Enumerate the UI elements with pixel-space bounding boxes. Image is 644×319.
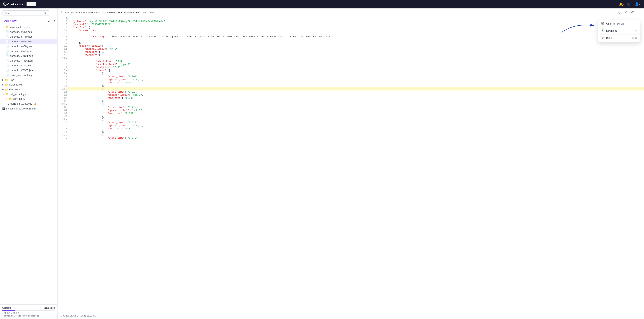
sidebar-item-2023-08-17[interactable]: ▼ 📁 2023-08-17 [0,96,57,102]
notifications-button[interactable]: 🔔▾ [618,1,625,7]
line-number: 26 [58,94,67,96]
more-actions-button[interactable] [636,10,642,15]
sidebar-item-omvq[interactable]: 📄 transcrip...OMVQ.json [0,68,57,73]
line-content: }, [67,84,644,88]
footer-modified-text: Modified at Aug 17, 2023 11:01 AM [60,314,96,317]
table-row: 34▾ { [58,118,644,121]
sidebar-item-malw[interactable]: 📄 transcrip...MAlw.json [0,39,57,44]
collapse-icon[interactable]: ▾ [66,103,67,106]
svg-point-1 [639,11,639,11]
sidebar-item-wav[interactable]: ♪ 09:19:53...0133.wav 🔒 [0,102,57,106]
table-row: 22 "end_time": "0.3" [58,81,644,84]
sidebar-item-ztnq[interactable]: 📄 transcrip...ZtnQ.json [0,49,57,54]
folder-icon: 📁 [5,93,8,96]
context-menu-open-new-tab[interactable]: Open in new tab ⌘O [598,20,640,27]
sort-button[interactable]: Z - A ▾ [48,19,55,22]
context-menu-download[interactable]: Download ⇧⌥ [598,27,640,34]
line-number: 27 [58,96,67,100]
line-content: "speaker_label": "spk_0", [67,94,644,96]
sidebar-item-write-temp[interactable]: 📄 .write_acc....file.temp [0,73,57,78]
sidebar-item-zzctg[interactable]: 📄 transcrip...ZZCtg.json [0,54,57,58]
apps-button[interactable]: ⊞▾ [626,1,632,7]
file-label: transcrip...sCrQ.json [10,31,32,33]
line-number: 14▾ [58,57,67,60]
folder-arrow-icon: ▶ [2,84,4,86]
line-number: 1 [58,17,67,20]
collapse-icon[interactable]: ▾ [66,88,67,90]
line-number: 2 [58,20,67,23]
line-number: 10 [58,44,67,48]
line-content: { [67,118,644,121]
sidebar-item-ak0bg[interactable]: 📄 transcrip...Ak0bg.json [0,44,57,49]
collapse-icon[interactable]: ▾ [66,118,67,121]
line-content: "start_time": "0.31", [67,90,644,94]
sidebar-item-yipa[interactable]: 📄 transcrip...Y_ipA.json [0,58,57,63]
table-row: 3 "accountId": "638627384021", [58,23,644,26]
collapse-icon[interactable]: ▾ [66,32,67,35]
file-icon: 📄 [6,74,9,76]
file-label: transcrip...SH4w.json [10,36,32,38]
line-content: "end_time": "0.3" [67,81,644,84]
path-folder: transcript-from-step/ [64,11,87,14]
sidebar-item-transcript-from-step[interactable]: ▼ 📁 transcript-from-step [0,25,57,30]
line-number: 9 [58,42,67,44]
file-label: Screenshot 2...10.57.35.png [6,107,36,110]
file-label: transcrip...ZZCtg.json [10,55,33,57]
back-button[interactable] [60,11,63,14]
storage-header: Storage 24% used [2,306,55,309]
sort-label: Z - A [48,19,53,22]
lock-action-button[interactable] [617,10,622,15]
folder-label: Tran [9,78,14,81]
sidebar-item-screenshoti[interactable]: ▶ 📁 Screenshoti [0,82,57,87]
link-action-button[interactable] [630,10,635,15]
more-icon [638,11,640,14]
svg-point-3 [639,13,639,13]
search-input[interactable] [4,12,44,14]
files-nav-button[interactable]: Files ▾ [26,2,36,6]
sidebar-item-scrq[interactable]: 📄 transcrip...sCrQ.json [0,30,57,34]
file-viewer-actions [617,10,642,15]
user-button[interactable]: 👤▾ [634,1,641,7]
line-content: { [67,72,644,75]
sidebar-toolbar: + Add new ▾ Z - A ▾ [0,18,57,24]
collapse-icon[interactable]: ▾ [66,30,67,32]
folder-icon: 📁 [5,78,8,81]
sidebar-item-sh4w[interactable]: 📄 transcrip...SH4w.json [0,34,57,39]
table-row: 5▾ "transcripts": [ [58,29,644,32]
sidebar-item-eln4g[interactable]: 📄 transcrip...eln4g.json [0,63,57,68]
sidebar-menu-button[interactable]: ☰ [51,10,55,16]
file-icon: 📄 [6,35,9,38]
line-content: "transcripts": [ [67,29,644,32]
lock-icon: 🔒 [34,103,36,105]
search-input-wrap[interactable]: 🔍 [2,10,49,16]
table-row: 35 "start_time": "0.519", [58,121,644,124]
table-row: 4 "results": { [58,26,644,29]
collapse-icon[interactable]: ▾ [66,72,67,75]
table-row: 37 "end_time": "0.87" [58,127,644,130]
line-number: 17 [58,66,67,69]
code-area[interactable]: 1{2 "jobName": "qa.v1.G6dGUJL8SkKeOeI54m… [58,17,644,312]
storage-percent: 24% used [44,306,55,309]
collapse-icon[interactable]: ▾ [66,134,67,136]
file-icon: 📄 [6,40,9,43]
delete-icon [601,36,604,40]
sidebar-item-new-folder[interactable]: ▶ 📁 New folder [0,87,57,92]
link-icon [631,11,634,14]
download-label: Download [606,29,617,32]
sort-chevron: ▾ [54,19,55,22]
sidebar-item-call-recordings[interactable]: ▼ 📁 call_recordings [0,92,57,96]
edit-action-button[interactable] [623,10,629,15]
table-row: 15 "start_time": "0.0", [58,60,644,63]
add-new-button[interactable]: + Add new ▾ [2,19,16,22]
sidebar-item-screenshot-png[interactable]: 🖼 Screenshot 2...10.57.35.png [0,106,57,111]
context-menu-delete[interactable]: Delete ⌘⌫ [598,34,640,42]
collapse-icon[interactable]: ▾ [66,70,67,72]
collapse-icon[interactable]: ▾ [66,57,67,60]
table-row: 13 "segments": [ [58,54,644,57]
sidebar-item-tran[interactable]: ▶ 📁 Tran [0,78,57,82]
line-number: 8 [58,38,67,42]
topnav-left: ○ OneReach.ai Files ▾ [3,2,36,6]
open-new-tab-icon [601,22,604,25]
folder-label: 2023-08-17 [13,98,25,100]
search-icon: 🔍 [44,12,47,14]
